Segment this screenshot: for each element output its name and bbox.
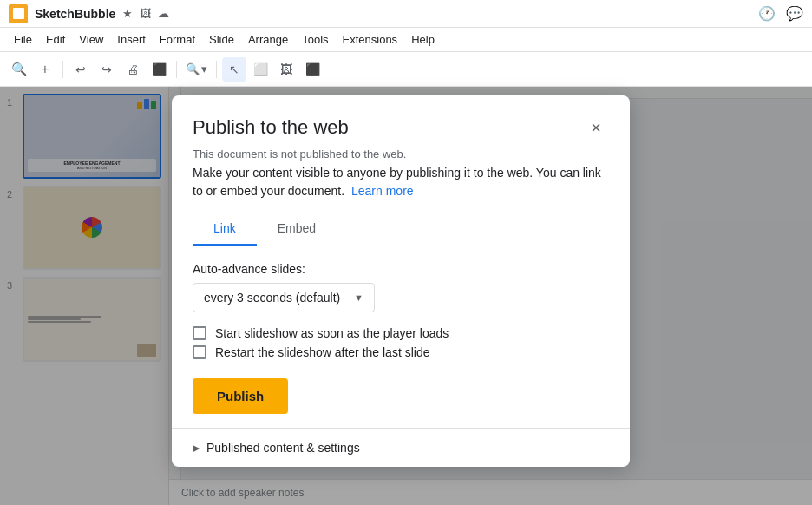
- menu-file[interactable]: File: [7, 30, 39, 49]
- menu-edit[interactable]: Edit: [39, 30, 72, 49]
- dialog-info-line2: Make your content visible to anyone by p…: [193, 164, 609, 200]
- menu-insert[interactable]: Insert: [110, 30, 153, 49]
- toolbar-more[interactable]: ⬛: [300, 57, 324, 82]
- tab-link[interactable]: Link: [193, 213, 257, 246]
- toolbar: 🔍 + ↩ ↪ 🖨 ⬛ 🔍▾ ↖ ⬜ 🖼 ⬛: [0, 52, 812, 87]
- learn-more-link[interactable]: Learn more: [351, 184, 414, 198]
- dialog-info-line1: This document is not published to the we…: [193, 148, 609, 161]
- dialog-title: Publish to the web: [193, 116, 349, 139]
- menu-format[interactable]: Format: [153, 30, 202, 49]
- main-area: 1 EMPLOYEE ENGAGEMENT AND MOTIVATION 2: [0, 87, 812, 505]
- form-area: Auto-advance slides: every 3 seconds (de…: [193, 246, 609, 414]
- menu-tools[interactable]: Tools: [295, 30, 335, 49]
- menu-slide[interactable]: Slide: [202, 30, 241, 49]
- close-button[interactable]: ×: [583, 115, 609, 141]
- dialog-header: Publish to the web ×: [172, 95, 630, 148]
- autostart-label: Start slideshow as soon as the player lo…: [215, 326, 449, 340]
- menu-arrange[interactable]: Arrange: [241, 30, 295, 49]
- star-icon[interactable]: ★: [122, 7, 133, 20]
- chat-icon[interactable]: 💬: [786, 5, 803, 22]
- toolbar-image[interactable]: 🖼: [274, 57, 298, 82]
- advance-dropdown[interactable]: every 3 seconds (default) ▼: [193, 283, 375, 312]
- checkbox-row-autostart: Start slideshow as soon as the player lo…: [193, 326, 609, 340]
- folder-icon[interactable]: 🖼: [140, 7, 151, 20]
- published-content-section[interactable]: ▶ Published content & settings: [172, 429, 630, 467]
- published-section-arrow-icon: ▶: [193, 443, 200, 454]
- menu-bar: File Edit View Insert Format Slide Arran…: [0, 28, 812, 52]
- restart-label: Restart the slideshow after the last sli…: [215, 345, 429, 359]
- top-bar-right: 🕐 💬: [758, 5, 803, 22]
- restart-checkbox[interactable]: [193, 345, 206, 359]
- toolbar-cursor[interactable]: ↖: [222, 57, 246, 82]
- menu-view[interactable]: View: [72, 30, 110, 49]
- toolbar-undo[interactable]: ↩: [69, 57, 93, 82]
- toolbar-select[interactable]: ⬜: [248, 57, 272, 82]
- cloud-icon[interactable]: ☁: [158, 7, 169, 20]
- app-title: SketchBubble: [35, 7, 115, 21]
- toolbar-search[interactable]: 🔍: [7, 57, 31, 82]
- menu-help[interactable]: Help: [404, 30, 442, 49]
- toolbar-print[interactable]: 🖨: [121, 57, 145, 82]
- dropdown-value: every 3 seconds (default): [204, 291, 347, 305]
- publish-button[interactable]: Publish: [193, 378, 288, 414]
- published-section-label: Published content & settings: [206, 441, 360, 455]
- menu-extensions[interactable]: Extensions: [336, 30, 405, 49]
- history-icon[interactable]: 🕐: [758, 5, 776, 22]
- top-bar: SketchBubble ★ 🖼 ☁ 🕐 💬: [0, 0, 812, 28]
- toolbar-add[interactable]: +: [33, 57, 57, 82]
- dialog-tabs: Link Embed: [193, 213, 609, 246]
- dialog-body: This document is not published to the we…: [172, 148, 630, 414]
- publish-dialog: Publish to the web × This document is no…: [172, 95, 630, 467]
- autostart-checkbox[interactable]: [193, 326, 206, 340]
- auto-advance-label: Auto-advance slides:: [193, 262, 609, 276]
- checkbox-row-restart: Restart the slideshow after the last sli…: [193, 345, 609, 359]
- toolbar-zoom[interactable]: 🔍▾: [182, 62, 211, 75]
- tab-embed[interactable]: Embed: [257, 213, 337, 246]
- dropdown-arrow-icon: ▼: [354, 292, 363, 303]
- toolbar-redo[interactable]: ↪: [95, 57, 119, 82]
- toolbar-paint[interactable]: ⬛: [147, 57, 171, 82]
- app-icon: [9, 4, 28, 23]
